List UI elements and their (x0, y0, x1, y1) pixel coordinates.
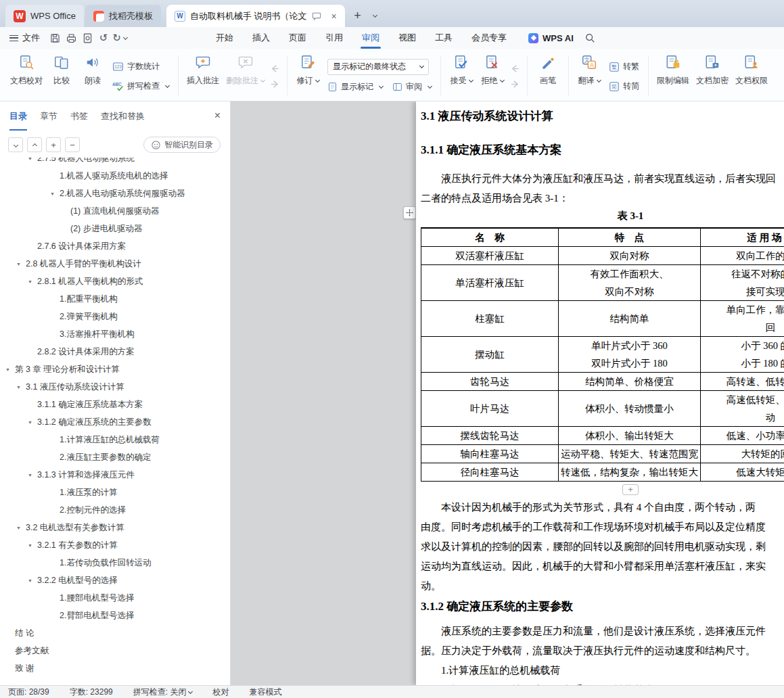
toc-item[interactable]: ▼第 3 章 理论分析和设计计算 (0, 360, 230, 378)
track-changes-button[interactable]: 修订 (292, 52, 323, 101)
toc-item[interactable]: ▼1.液压泵的计算 (0, 484, 230, 501)
wps-home-tab[interactable]: W WPS Office (5, 5, 84, 27)
expand-arrow-icon[interactable]: ▼ (28, 420, 37, 425)
toc-item[interactable]: ▼1.若传动负载作回转运动 (0, 554, 230, 572)
panel-tab-查找和替换[interactable]: 查找和替换 (101, 102, 145, 131)
previous-revision-icon[interactable] (510, 64, 520, 73)
expand-arrow-icon[interactable]: ▼ (16, 262, 26, 266)
panel-tab-目录[interactable]: 目录 (9, 102, 27, 131)
toc-item[interactable]: ▼(1) 直流电机伺服驱动器 (0, 202, 230, 220)
previous-comment-icon[interactable] (270, 64, 280, 73)
toc-item[interactable]: ▼2.8 机器人手臂的平衡机构设计 (0, 255, 230, 273)
table-move-handle[interactable] (403, 206, 416, 219)
markup-state-dropdown[interactable]: 显示标记的最终状态 (327, 59, 429, 75)
toc-item[interactable]: ▼3.2.1 有关参数的计算 (0, 536, 230, 554)
toc-item[interactable]: ▼3.1 液压传动系统设计计算 (0, 378, 230, 396)
expand-arrow-icon[interactable]: ▼ (28, 473, 37, 478)
toc-item[interactable]: ▼3.1.1 确定液压系统基本方案 (0, 396, 230, 413)
toc-item[interactable]: ▼2.机器人电动驱动系统伺服驱动器 (0, 185, 230, 202)
redo-button[interactable]: ↻ (112, 27, 128, 49)
print-preview-button[interactable] (79, 27, 95, 49)
expand-arrow-icon[interactable]: ▼ (16, 526, 26, 530)
spellcheck-status[interactable]: 拼写检查: 关闭 (133, 687, 193, 698)
toc-expand-button[interactable]: + (46, 137, 61, 152)
translate-button[interactable]: 文 A 翻译 (574, 52, 605, 101)
doc-proofing-button[interactable]: 文档校对 (7, 52, 46, 101)
smart-toc-button[interactable]: 智能识别目录 (143, 137, 221, 153)
toc-item[interactable]: ▼(2) 步进电机驱动器 (0, 220, 230, 237)
toc-item[interactable]: ▼2.控制元件的选择 (0, 501, 230, 519)
toc-item[interactable]: ▼3.1.2 确定液压系统的主要参数 (0, 413, 230, 431)
search-button[interactable] (584, 27, 595, 49)
delete-comment-button[interactable]: 删除批注 (223, 52, 268, 101)
panel-tab-书签[interactable]: 书签 (70, 102, 88, 131)
show-markup-button[interactable]: 显示标记 (327, 80, 383, 95)
ink-pen-button[interactable]: 画笔 (532, 52, 563, 101)
expand-arrow-icon[interactable]: ▼ (50, 191, 60, 196)
print-button[interactable] (63, 27, 79, 49)
toc-item[interactable]: ▼2.液压缸主要参数的确定 (0, 448, 230, 466)
file-menu[interactable]: 文件 (0, 27, 47, 49)
menu-引用[interactable]: 引用 (316, 27, 352, 49)
menu-会员专享[interactable]: 会员专享 (462, 27, 516, 49)
next-revision-icon[interactable] (510, 80, 520, 89)
toc-item[interactable]: ▼2.臂部电机型号选择 (0, 607, 230, 624)
toc-item[interactable]: ▼参考文献 (0, 642, 230, 659)
undo-button[interactable]: ↺ (95, 27, 112, 49)
toc-item[interactable]: ▼3.活塞推杆平衡机构 (0, 325, 230, 343)
document-page[interactable]: 3.1 液压传动系统设计计算 3.1.1 确定液压系统基本方案 液压执行元件大体… (416, 101, 784, 685)
expand-arrow-icon[interactable]: ▼ (28, 279, 37, 284)
restrict-editing-button[interactable]: 限制编辑 (653, 52, 693, 101)
expand-arrow-icon[interactable]: ▼ (16, 385, 26, 390)
accept-revision-button[interactable]: 接受 (446, 52, 477, 101)
tab-list-chevron-icon[interactable] (367, 5, 382, 27)
toc-item[interactable]: ▼致 谢 (0, 659, 230, 677)
menu-工具[interactable]: 工具 (425, 27, 462, 49)
expand-arrow-icon[interactable]: ▼ (28, 578, 37, 583)
to-traditional-button[interactable]: 繁 转繁 (609, 60, 639, 74)
proofing-button[interactable]: 校对 (212, 687, 229, 698)
wps-ai-button[interactable]: WPS AI (528, 27, 574, 49)
toc-item[interactable]: ▼2.7.6 设计具体采用方案 (0, 237, 230, 255)
panel-tab-章节[interactable]: 章节 (40, 102, 57, 131)
toc-next-heading-button[interactable] (8, 137, 23, 152)
to-simplified-button[interactable]: 简 转简 (609, 79, 639, 94)
compare-button[interactable]: 比较 (46, 52, 77, 101)
encrypt-document-button[interactable]: 文档加密 (693, 52, 732, 101)
toc-item[interactable]: ▼1.腰部电机型号选择 (0, 589, 230, 607)
read-aloud-button[interactable]: 朗读 (77, 52, 108, 101)
menu-页面[interactable]: 页面 (279, 27, 316, 49)
insert-comment-button[interactable]: 插入批注 (183, 52, 223, 101)
save-button[interactable] (47, 27, 63, 49)
toc-item[interactable]: ▼3.1.3 计算和选择液压元件 (0, 466, 230, 484)
tab-close-icon[interactable]: × (329, 11, 340, 22)
toc-previous-heading-button[interactable] (27, 137, 42, 152)
review-pane-button[interactable]: 审阅 (392, 80, 432, 95)
toc-collapse-button[interactable]: − (65, 137, 80, 152)
toc-item[interactable]: ▼3.2.2 电机型号的选择 (0, 572, 230, 589)
expand-arrow-icon[interactable]: ▼ (5, 367, 15, 372)
menu-视图[interactable]: 视图 (389, 27, 425, 49)
expand-arrow-icon[interactable]: ▼ (28, 543, 37, 548)
next-comment-icon[interactable] (270, 80, 280, 89)
toc-item[interactable]: ▼1.计算液压缸的总机械载荷 (0, 431, 230, 448)
menu-审阅[interactable]: 审阅 (352, 27, 389, 49)
menu-插入[interactable]: 插入 (243, 27, 279, 49)
menu-开始[interactable]: 开始 (206, 27, 243, 49)
word-count-button[interactable]: 123 字数统计 (112, 60, 169, 74)
toc-item[interactable]: ▼3.2 电机选型有关参数计算 (0, 519, 230, 536)
toc-item[interactable]: ▼2.弹簧平衡机构 (0, 308, 230, 325)
document-tab[interactable]: W 自动取料机械手 说明书（论文 × (166, 5, 345, 27)
toc-item[interactable]: ▼2.8.2 设计具体采用的方案 (0, 343, 230, 360)
toc-item[interactable]: ▼1.配重平衡机构 (0, 290, 230, 308)
toc-item[interactable]: ▼结 论 (0, 624, 230, 642)
document-permission-button[interactable]: 文档权限 (732, 52, 771, 101)
panel-close-icon[interactable]: × (214, 110, 221, 122)
new-tab-button[interactable]: + (349, 5, 367, 27)
toc-item[interactable]: ▼2.8.1 机器人平衡机构的形式 (0, 273, 230, 290)
spell-check-button[interactable]: ABC 拼写检查 (112, 79, 169, 94)
docer-template-tab[interactable]: 找稻壳模板 (85, 5, 161, 27)
toc-item[interactable]: ▼1.机器人驱动系统电机的选择 (0, 167, 230, 185)
insert-table-row-button[interactable]: + (622, 484, 639, 495)
reject-revision-button[interactable]: 拒绝 (477, 52, 508, 101)
